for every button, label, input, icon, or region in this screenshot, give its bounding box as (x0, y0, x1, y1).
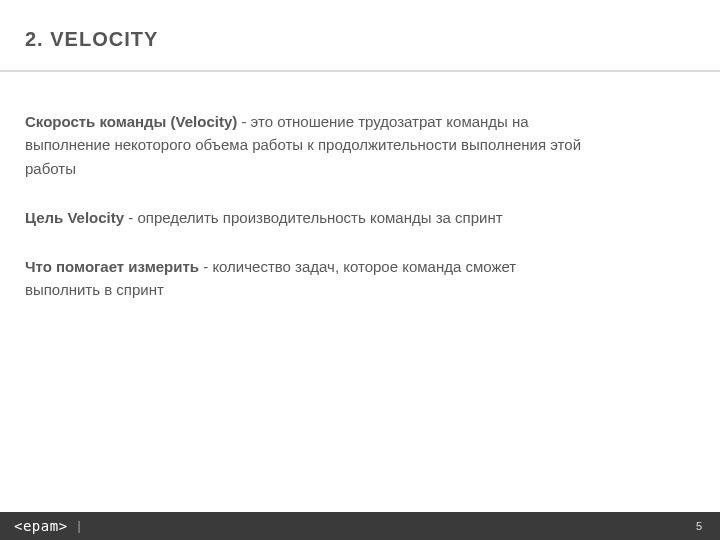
para-bold: Цель Velocity (25, 209, 124, 226)
para-text: - определить производительность команды … (124, 209, 502, 226)
para-bold: Что помогает измерить (25, 258, 199, 275)
paragraph: Что помогает измерить - количество задач… (25, 255, 585, 302)
epam-logo: <epam> (14, 518, 68, 534)
slide: 2. VELOCITY Скорость команды (Velocity) … (0, 0, 720, 540)
slide-content: Скорость команды (Velocity) - это отноше… (25, 110, 585, 328)
footer-bar: <epam> | 5 (0, 512, 720, 540)
slide-title: 2. VELOCITY (25, 28, 158, 51)
paragraph: Скорость команды (Velocity) - это отноше… (25, 110, 585, 180)
paragraph: Цель Velocity - определить производитель… (25, 206, 585, 229)
para-bold: Скорость команды (Velocity) (25, 113, 237, 130)
title-divider (0, 70, 720, 72)
footer-divider: | (78, 519, 81, 533)
page-number: 5 (696, 520, 702, 532)
